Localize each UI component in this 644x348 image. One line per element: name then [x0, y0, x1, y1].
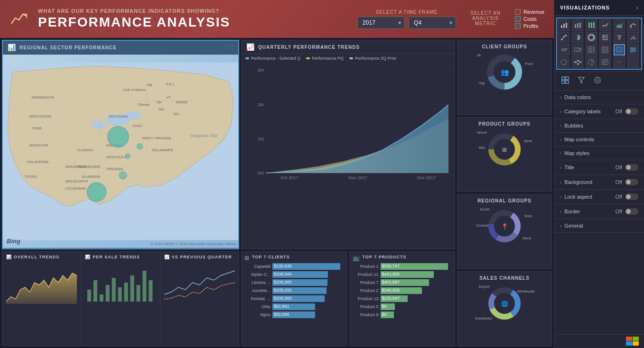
revenue-checkbox[interactable] [515, 9, 521, 15]
background-row[interactable]: › Background Off [554, 175, 644, 189]
bubbles-row[interactable]: › Bubbles [554, 119, 644, 132]
svg-text:0M: 0M [258, 171, 264, 175]
viz-matrix-icon[interactable] [599, 44, 611, 55]
client-bar-7: $82,656 [272, 311, 344, 318]
border-toggle[interactable] [625, 208, 638, 215]
quarter-dropdown-wrapper[interactable]: Q4Q1Q2Q3 ▼ [409, 17, 456, 29]
general-group: › General [554, 219, 644, 233]
background-toggle[interactable] [625, 179, 638, 185]
profits-checkbox[interactable] [515, 23, 521, 29]
general-row[interactable]: › General [554, 219, 644, 232]
viz-scatter-icon[interactable] [558, 32, 569, 43]
product-val-4: $340,828 [382, 288, 400, 293]
quarterly-title: QUARTERLY PERFORMANCE TRENDS [258, 45, 360, 50]
viz-map-icon[interactable] [614, 44, 625, 55]
title-label: › Title [560, 165, 574, 170]
product-bar-1: $559,747 [381, 263, 452, 270]
viz-table-icon[interactable] [586, 44, 597, 55]
viz-combo-icon[interactable] [627, 19, 639, 31]
svg-marker-72 [6, 273, 77, 304]
svg-rect-140 [566, 77, 569, 80]
right-panels: CLIENT GROUPS 👥 0k Top Poor PRODUCT [457, 40, 552, 346]
viz-funnel-icon[interactable] [614, 32, 625, 43]
metric-profits[interactable]: Profits [515, 23, 544, 29]
quarterly-trends-panel: 📈 QUARTERLY PERFORMANCE TRENDS Performan… [241, 40, 455, 249]
viz-gauge-icon[interactable] [627, 32, 639, 43]
map-expand-btn[interactable]: ⛶ [229, 45, 233, 50]
category-labels-row[interactable]: › Category labels Off [554, 104, 644, 119]
viz-stacked-bar-icon[interactable] [572, 19, 583, 31]
client-row-4: AuroMe... $105,032 [244, 287, 344, 294]
title-right: Off [616, 164, 638, 171]
svg-rect-90 [577, 23, 579, 25]
title-row[interactable]: › Title Off [554, 160, 644, 174]
viz-more-icon[interactable]: ··· [614, 56, 625, 68]
svg-text:KENTUCKY: KENTUCKY [106, 155, 128, 159]
viz-card-icon[interactable]: 123 [572, 44, 583, 55]
title-group: › Title Off [554, 160, 644, 175]
viz-analytics-btn[interactable] [591, 75, 604, 87]
svg-rect-95 [593, 22, 595, 28]
product-row-4: Product 2 $340,828 [353, 287, 452, 294]
vs-svg [164, 261, 235, 304]
map-styles-row[interactable]: › Map styles [554, 147, 644, 160]
viz-empty-slot [627, 56, 639, 68]
svg-rect-85 [563, 24, 565, 28]
legend-label-1: Performance - Selected Q [251, 56, 300, 61]
viz-shape-map-icon[interactable] [558, 56, 569, 68]
viz-donut-icon[interactable] [586, 32, 597, 43]
viz-filter-btn[interactable] [575, 75, 588, 87]
svg-text:Oct 2017: Oct 2017 [280, 175, 299, 180]
overall-title: 📊 OVERALL TRENDS [6, 255, 77, 259]
lock-aspect-row[interactable]: › Lock aspect Off [554, 190, 644, 204]
overall-svg [6, 261, 77, 304]
quarter-dropdown[interactable]: Q4Q1Q2Q3 [409, 17, 456, 29]
viz-treemap-icon[interactable] [599, 32, 611, 43]
viz-area-icon[interactable] [614, 19, 625, 31]
svg-text:VIRGINIA: VIRGINIA [106, 167, 123, 171]
trends-section: 📊 OVERALL TRENDS [2, 252, 239, 346]
settings-list: › Data colors › Category labels Off [554, 91, 644, 334]
costs-checkbox[interactable] [515, 16, 521, 22]
background-knob [626, 180, 631, 184]
metric-costs[interactable]: Costs [515, 16, 544, 22]
pg-label-worst: Worst [477, 130, 487, 135]
client-val-3: $106,005 [274, 280, 292, 284]
product-groups-chart: ⊞ Worst Mid Best [481, 129, 528, 167]
title-toggle[interactable] [625, 164, 638, 171]
svg-text:Gulf of Maine: Gulf of Maine [123, 88, 146, 92]
viz-kpi-icon[interactable]: KPI [558, 44, 569, 55]
viz-100pct-bar-icon[interactable] [586, 19, 597, 31]
bottom-left-panel: 📊 OVERALL TRENDS [2, 251, 239, 346]
client-row-3: Llorens ... $106,005 [244, 279, 344, 286]
map-controls-row[interactable]: › Map controls [554, 133, 644, 146]
year-dropdown[interactable]: 201720162018 [357, 17, 405, 29]
viz-format-btn[interactable] [559, 75, 571, 87]
viz-bar-icon[interactable] [558, 19, 569, 31]
year-dropdown-wrapper[interactable]: 201720162018 ▼ [357, 17, 405, 29]
viz-line-icon[interactable] [599, 19, 611, 31]
border-row[interactable]: › Border Off [554, 204, 644, 219]
lock-aspect-label: › Lock aspect [560, 194, 592, 200]
viz-decomp-icon[interactable] [572, 56, 583, 68]
svg-text:2M: 2M [258, 102, 264, 107]
client-name-6: Ohio [244, 304, 271, 309]
viz-pie-icon[interactable] [572, 32, 583, 43]
border-knob [626, 209, 631, 214]
viz-qna-icon[interactable]: ? [586, 56, 597, 68]
svg-text:OHIO: OHIO [132, 124, 142, 128]
header: WHAT ARE OUR KEY PERFORMANCE INDICATORS … [0, 0, 554, 38]
lock-aspect-toggle[interactable] [625, 193, 638, 200]
viz-filled-map-icon[interactable] [627, 44, 639, 55]
lock-aspect-value: Off [616, 194, 622, 200]
viz-narr-icon[interactable] [599, 56, 611, 68]
data-colors-row[interactable]: › Data colors [554, 91, 644, 104]
map-svg: MINNESOTA WISCONSIN IOWA MISSOURI OKLAHO… [3, 55, 238, 248]
data-colors-group: › Data colors [554, 91, 644, 104]
viz-close-btn[interactable]: › [636, 4, 638, 11]
products-title: TOP 7 PRODUCTS [363, 255, 407, 259]
metric-revenue[interactable]: Revenue [515, 9, 544, 15]
category-labels-toggle[interactable] [625, 108, 638, 115]
svg-rect-127 [577, 63, 579, 65]
svg-text:ALABAMA: ALABAMA [82, 174, 101, 179]
